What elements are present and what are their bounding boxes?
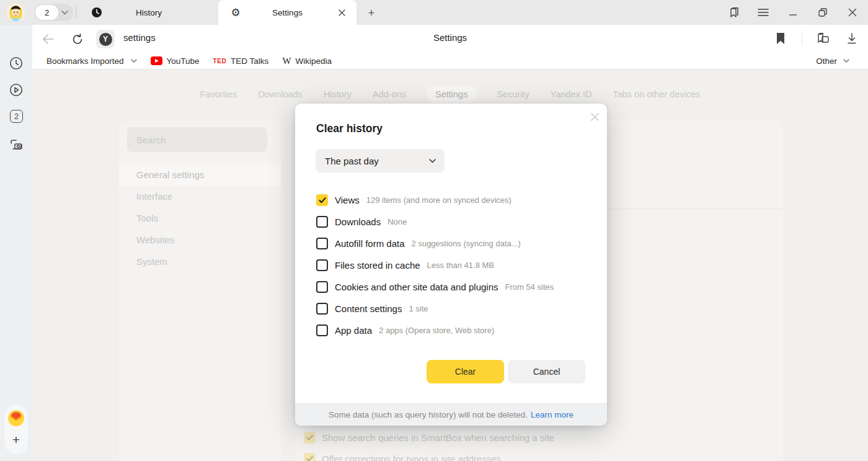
bookmark-label: YouTube <box>167 56 200 66</box>
close-dialog-icon[interactable] <box>588 110 601 123</box>
item-label: Views <box>335 195 360 205</box>
setting-smartbox-queries[interactable]: Show search queries in SmartBox when sea… <box>304 432 554 444</box>
row-downloads[interactable]: Downloads None <box>316 211 589 233</box>
checkbox-checked-dimmed[interactable] <box>304 432 316 444</box>
settings-sidebar-card: Search General settings Interface Tools … <box>119 120 281 461</box>
row-autofill[interactable]: Autofill form data 2 suggestions (syncin… <box>316 233 589 254</box>
wikipedia-icon: W <box>282 56 291 66</box>
item-detail: 2 apps (Opera store, Web store) <box>379 326 494 335</box>
item-label: App data <box>335 325 372 336</box>
media-play-icon[interactable] <box>9 83 24 97</box>
tabs-panel-icon[interactable]: 2 <box>10 110 23 123</box>
item-label: Downloads <box>335 217 381 227</box>
chevron-down-icon[interactable] <box>61 11 68 15</box>
settings-search-input[interactable]: Search <box>127 127 267 152</box>
checkbox-cache[interactable] <box>316 259 328 271</box>
item-label: Autofill form data <box>335 238 405 249</box>
row-content-settings[interactable]: Content settings 1 site <box>316 298 589 320</box>
collections-icon[interactable] <box>816 31 831 46</box>
checkbox-cookies[interactable] <box>316 281 328 293</box>
setting-typo-corrections[interactable]: Offer corrections for typos in site addr… <box>304 453 501 461</box>
bookmark-label: Wikipedia <box>296 56 332 66</box>
chevron-down-icon <box>429 159 436 163</box>
time-period-select[interactable]: The past day <box>316 149 445 172</box>
close-tab-icon[interactable] <box>335 6 348 19</box>
clear-history-dialog: Clear history The past day Views 129 ite… <box>295 104 607 426</box>
clear-items-list: Views 129 items (and more on synced devi… <box>316 189 589 341</box>
item-detail: From 54 sites <box>505 282 554 292</box>
yandex-mail-icon[interactable] <box>8 410 24 426</box>
sidebar-item-system[interactable]: System <box>119 251 281 272</box>
history-sidebar-icon[interactable] <box>9 56 24 71</box>
bookmarks-folder[interactable]: Bookmarks Imported <box>46 56 137 66</box>
item-detail: None <box>388 217 407 226</box>
nav-settings[interactable]: Settings <box>426 86 477 103</box>
close-window-icon[interactable] <box>846 6 859 19</box>
restore-icon[interactable] <box>816 6 830 19</box>
checkbox-content-settings[interactable] <box>316 303 328 315</box>
checkbox-downloads[interactable] <box>316 216 328 228</box>
chevron-down-icon <box>131 59 137 63</box>
learn-more-link[interactable]: Learn more <box>531 410 574 419</box>
checkbox-app-data[interactable] <box>316 324 328 336</box>
checkbox-views[interactable] <box>316 194 328 206</box>
nav-yandex-id[interactable]: Yandex ID <box>549 86 593 103</box>
sidebar-item-interface[interactable]: Interface <box>119 186 281 207</box>
app-sidebar: 2 + ••• <box>0 25 32 461</box>
tab-strip: 2 History ⚙ Settings + <box>0 0 868 25</box>
nav-add-ons[interactable]: Add-ons <box>371 86 407 103</box>
add-app-icon[interactable]: + <box>9 432 24 447</box>
tab-group-pill[interactable]: 2 <box>34 4 73 21</box>
dialog-title: Clear history <box>316 122 383 135</box>
reload-icon[interactable] <box>70 32 85 47</box>
bookmark-icon[interactable] <box>773 31 788 46</box>
setting-label: Offer corrections for typos in site addr… <box>322 454 501 461</box>
bookmarks-other[interactable]: Other <box>816 56 849 66</box>
nav-history[interactable]: History <box>322 86 353 103</box>
cancel-button[interactable]: Cancel <box>508 360 585 383</box>
checkbox-checked-dimmed[interactable] <box>304 453 316 461</box>
settings-nav: Favorites Downloads History Add-ons Sett… <box>32 86 868 103</box>
row-app-data[interactable]: App data 2 apps (Opera store, Web store) <box>316 320 589 341</box>
item-detail: 1 site <box>409 304 428 313</box>
bookmark-ted-talks[interactable]: TED TED Talks <box>213 56 269 66</box>
bookmarks-folder-label: Bookmarks Imported <box>46 56 124 66</box>
clock-icon <box>91 6 103 19</box>
row-cache[interactable]: Files stored in cache Less than 41.8 MB <box>316 254 589 276</box>
tab-history[interactable]: History <box>79 0 218 25</box>
menu-icon[interactable] <box>756 6 770 19</box>
side-panel-icon[interactable] <box>727 6 740 19</box>
download-icon[interactable] <box>844 31 859 46</box>
back-icon[interactable] <box>41 32 56 47</box>
sidebar-item-general-settings[interactable]: General settings <box>119 164 281 186</box>
profile-avatar[interactable] <box>7 3 25 21</box>
screenshot-icon[interactable] <box>9 137 24 152</box>
tab-settings[interactable]: ⚙ Settings <box>218 0 356 25</box>
nav-downloads[interactable]: Downloads <box>257 86 304 103</box>
toolbar: Y settings Settings <box>32 25 868 53</box>
site-badge[interactable]: Y <box>96 30 115 48</box>
item-label: Files stored in cache <box>335 260 420 271</box>
checkbox-autofill[interactable] <box>316 238 328 249</box>
item-detail: 129 items (and more on synced devices) <box>366 195 512 205</box>
nav-favorites[interactable]: Favorites <box>198 86 238 103</box>
sidebar-item-websites[interactable]: Websites <box>119 229 281 251</box>
row-cookies[interactable]: Cookies and other site data and plugins … <box>316 276 589 298</box>
dialog-footer: Some data (such as query history) will n… <box>295 403 607 426</box>
bookmark-label: TED Talks <box>231 56 268 66</box>
row-views[interactable]: Views 129 items (and more on synced devi… <box>316 189 589 211</box>
bookmark-youtube[interactable]: YouTube <box>151 56 200 66</box>
gear-icon: ⚙ <box>229 6 242 19</box>
toolbar-right-icons <box>773 31 859 46</box>
nav-security[interactable]: Security <box>495 86 530 103</box>
address-bar-text[interactable]: settings <box>123 32 156 43</box>
sidebar-item-tools[interactable]: Tools <box>119 207 281 229</box>
nav-tabs-other-devices[interactable]: Tabs on other devices <box>611 86 701 103</box>
avatar-girl-icon <box>7 3 25 21</box>
clear-button[interactable]: Clear <box>427 360 504 383</box>
bookmark-wikipedia[interactable]: W Wikipedia <box>282 56 332 66</box>
time-period-value: The past day <box>325 156 379 166</box>
minimize-icon[interactable] <box>786 6 800 19</box>
new-tab-button[interactable]: + <box>363 5 379 21</box>
browser-window: 2 History ⚙ Settings + <box>0 0 868 461</box>
